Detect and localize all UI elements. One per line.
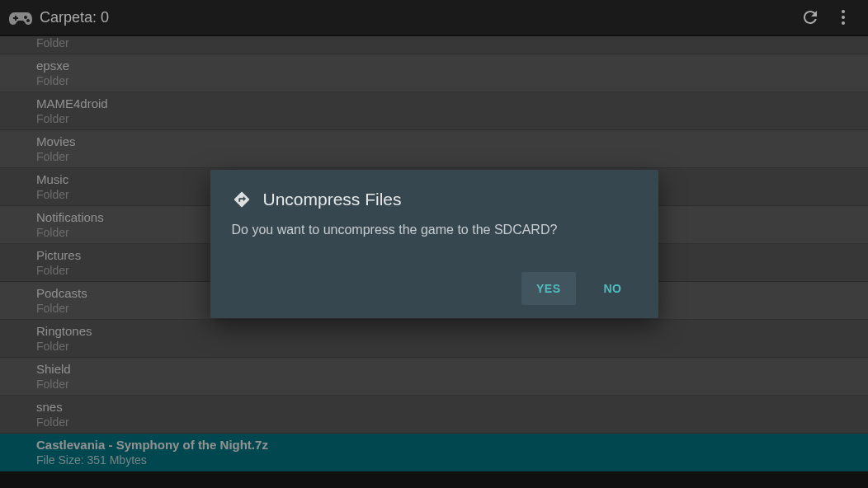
dialog-title: Uncompress Files (263, 190, 402, 209)
directions-icon (232, 190, 252, 209)
dialog-header: Uncompress Files (232, 190, 637, 209)
no-button[interactable]: NO (589, 272, 637, 305)
uncompress-dialog: Uncompress Files Do you want to uncompre… (210, 170, 658, 318)
dialog-container: Uncompress Files Do you want to uncompre… (0, 0, 868, 488)
dialog-actions: YES NO (232, 272, 637, 305)
dialog-message: Do you want to uncompress the game to th… (232, 221, 637, 239)
yes-button[interactable]: YES (521, 272, 576, 305)
